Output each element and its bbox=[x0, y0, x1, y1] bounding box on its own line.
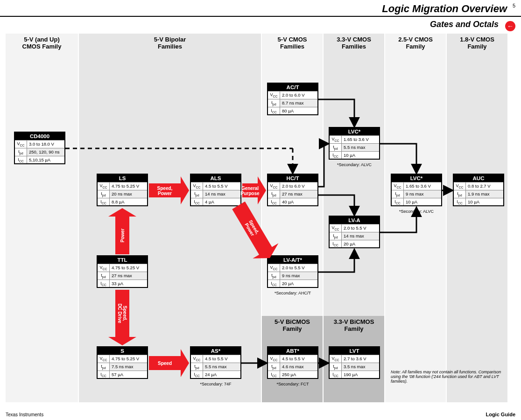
footer-left: Texas Instruments bbox=[6, 412, 43, 417]
column-header-c5: 2.5-V CMOSFamily bbox=[385, 36, 446, 50]
page-title: Logic Migration Overview bbox=[382, 3, 507, 15]
family-title-s: S bbox=[98, 347, 147, 355]
family-title-hct: HC/T bbox=[268, 175, 317, 182]
family-lva: LV-AVCC2.0 to 5.5 Vtpd14 ns maxICC20 µA bbox=[329, 216, 380, 248]
footer-right: Logic Guide bbox=[486, 412, 515, 417]
family-title-auc: AUC bbox=[454, 175, 503, 182]
bicmos-header-0: 5-V BiCMOSFamily bbox=[262, 319, 323, 333]
family-title-abt: ABT* bbox=[268, 347, 317, 355]
family-lvc1: LVC*VCC1.65 to 3.6 Vtpd5.5 ns maxICC10 µ… bbox=[329, 127, 380, 160]
family-title-als: ALS bbox=[191, 175, 240, 182]
column-header-c4: 3.3-V CMOSFamilies bbox=[324, 36, 384, 50]
family-title-lvc1: LVC* bbox=[330, 128, 379, 135]
family-lvat: LV-A/T*VCC2.0 to 5.5 Vtpd9 ns maxICC20 µ… bbox=[267, 255, 318, 288]
column-header-c1: 5-V (and Up)CMOS Family bbox=[6, 36, 78, 50]
footnote: Note: All families may not contain all f… bbox=[391, 370, 507, 384]
family-title-lvat: LV-A/T* bbox=[268, 256, 317, 264]
column-c6 bbox=[447, 34, 507, 402]
family-hct: HC/TVCC2.0 to 6.0 Vtpd27 ns maxICC40 µA bbox=[267, 174, 318, 206]
column-header-c2: 5-V BipolarFamilies bbox=[79, 36, 261, 50]
bicmos-header-1: 3.3-V BiCMOSFamily bbox=[324, 319, 384, 333]
family-s: SVCC4.75 to 5.25 Vtpd7.5 ns maxICC57 µA bbox=[97, 346, 148, 379]
family-ttl: TTLVCC4.75 to 5.25 Vtpd27 ns maxICC33 µA bbox=[97, 255, 148, 288]
family-ls: LSVCC4.75 to 5.25 Vtpd20 ns maxICC8.8 µA bbox=[97, 174, 148, 206]
family-title-lvt: LVT bbox=[330, 347, 379, 355]
column-c5 bbox=[385, 34, 446, 402]
diagram-canvas: 5-V (and Up)CMOS Family5-V BipolarFamili… bbox=[6, 34, 515, 402]
page-subtitle: Gates and Octals bbox=[430, 20, 499, 29]
family-lvc2: LVC*VCC1.65 to 3.6 Vtpd9 ns maxICC10 µA bbox=[391, 174, 442, 206]
family-auc: AUCVCC0.8 to 2.7 Vtpd1.9 ns maxICC10 µA bbox=[453, 174, 504, 206]
secondary-lvc1: *Secondary: ALVC bbox=[329, 162, 380, 167]
column-header-c6: 1.8-V CMOSFamily bbox=[447, 36, 507, 50]
family-title-ttl: TTL bbox=[98, 256, 147, 264]
column-header-c3: 5-V CMOSFamilies bbox=[262, 36, 323, 50]
secondary-abt: *Secondary: FCT bbox=[267, 382, 318, 386]
back-icon[interactable]: ← bbox=[505, 21, 515, 31]
secondary-as: *Secondary: 74F bbox=[190, 382, 241, 386]
family-act: AC/TVCC2.0 to 6.0 Vtpd8.7 ns maxICC80 µA bbox=[267, 83, 318, 115]
page-number: 5 bbox=[513, 3, 515, 8]
family-title-act: AC/T bbox=[268, 84, 317, 91]
family-abt: ABT*VCC4.5 to 5.5 Vtpd4.6 ns maxICC250 µ… bbox=[267, 346, 318, 379]
family-title-ls: LS bbox=[98, 175, 147, 182]
header-rule bbox=[0, 16, 521, 17]
family-lvt: LVTVCC2.7 to 3.6 Vtpd3.5 ns maxICC190 µA bbox=[329, 346, 380, 379]
family-title-lvc2: LVC* bbox=[392, 175, 441, 182]
secondary-lvc2: *Secondary: ALVC bbox=[391, 209, 442, 214]
family-title-lva: LV-A bbox=[330, 217, 379, 224]
family-as: AS*VCC4.5 to 5.5 Vtpd5.5 ns maxICC24 µA bbox=[190, 346, 241, 379]
family-title-as: AS* bbox=[191, 347, 240, 355]
family-title-cd4000: CD4000 bbox=[15, 133, 64, 140]
secondary-lvat: *Secondary: AHC/T bbox=[267, 291, 318, 295]
family-cd4000: CD4000VCC3.0 to 18.0 Vtpd250, 120, 90 ns… bbox=[14, 132, 65, 164]
family-als: ALSVCC4.5 to 5.5 Vtpd14 ns maxICC4 µA bbox=[190, 174, 241, 206]
column-c1 bbox=[6, 34, 78, 402]
